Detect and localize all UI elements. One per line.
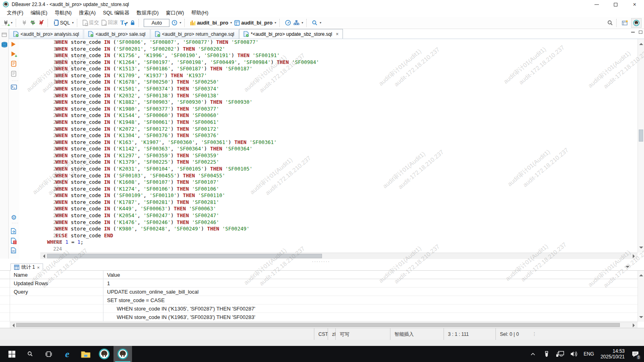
file-explorer-button[interactable] xyxy=(76,346,95,362)
menu-item[interactable]: 数据库(D) xyxy=(133,9,162,17)
column-header-name[interactable]: Name xyxy=(10,271,103,279)
open-perspective-button[interactable] xyxy=(621,19,629,27)
database-navigator-icon[interactable] xyxy=(1,42,8,48)
results-vertical-scrollbar[interactable] xyxy=(638,271,644,322)
project-button[interactable]: ▾ xyxy=(292,19,304,27)
close-button[interactable]: × xyxy=(625,0,644,9)
taskbar-clock[interactable]: 14:53 2025/10/21 xyxy=(598,348,627,360)
error-log-icon[interactable] xyxy=(11,238,16,244)
execute-script-icon[interactable] xyxy=(11,61,17,67)
internet-explorer-button[interactable]: e xyxy=(58,346,76,362)
reconnect-button[interactable] xyxy=(29,19,37,27)
menu-item[interactable]: 导航(N) xyxy=(51,9,75,17)
task-view-button[interactable] xyxy=(39,346,58,362)
code-line: 197WHEN store_code IN ('K1513', 'SF00186… xyxy=(44,66,638,72)
sql-editor-button[interactable]: SQL▾ xyxy=(52,19,75,27)
dbeaver-running-button[interactable] xyxy=(114,346,132,362)
code-line: 196WHEN store_code IN ('K1264', 'SF00197… xyxy=(44,59,638,66)
dashboard-button[interactable] xyxy=(284,19,292,27)
sql-console-icon[interactable] xyxy=(11,84,17,90)
scrollbar-thumb[interactable] xyxy=(16,323,620,327)
menu-item[interactable]: 窗口(W) xyxy=(162,9,188,17)
restore-panel-icon[interactable] xyxy=(2,32,7,37)
scrollbar-thumb[interactable] xyxy=(47,254,322,258)
status-segment: 可写 xyxy=(335,328,390,340)
lock-button[interactable] xyxy=(129,19,136,27)
statistics-tab-label: 统计 1 xyxy=(21,264,35,271)
table-row[interactable]: SET store_code = CASE xyxy=(0,296,638,304)
code-line: 206WHEN store_code IN ('K2072', 'SF00172… xyxy=(44,126,638,133)
database-combo[interactable]: audit_bi_pro▾ xyxy=(189,19,233,27)
table-header-row: NameValue xyxy=(0,271,638,279)
dbeaver-perspective-button[interactable] xyxy=(631,18,642,28)
main-toolbar: +▾ SQL▾ 提交 回滚 T▾ Auto ▾ audit_bi_pro▾ au… xyxy=(0,17,644,29)
execute-new-tab-icon[interactable]: + xyxy=(11,51,16,57)
maximize-button[interactable] xyxy=(606,0,625,9)
export-result-icon[interactable] xyxy=(11,228,16,234)
results-horizontal-scrollbar[interactable] xyxy=(10,322,638,328)
table-row[interactable]: Updated Rows1 xyxy=(0,279,638,288)
stat-value-cell: UPDATE custom_online_sale_bill_local xyxy=(103,288,638,296)
editor-horizontal-scrollbar[interactable] xyxy=(40,253,638,259)
table-row[interactable]: WHEN store_code IN ('K1963', 'SF00283') … xyxy=(0,313,638,321)
code-line: 214WHEN store_code IN ('K1608', 'SF00107… xyxy=(44,179,638,186)
statistics-tab[interactable]: 统计 1 × xyxy=(10,263,43,271)
disconnect-button[interactable] xyxy=(37,19,45,27)
rollback-button[interactable]: 回滚 xyxy=(100,19,119,27)
line-number-gutter xyxy=(19,39,44,253)
commit-button[interactable]: 提交 xyxy=(81,19,100,27)
schema-combo[interactable]: audit_bi_pro▾ xyxy=(233,19,277,27)
connect-button[interactable] xyxy=(20,19,29,27)
editor-tab[interactable]: <audit_bi_pro> sale.sql xyxy=(84,29,150,39)
transaction-log-button[interactable]: ▾ xyxy=(170,19,182,27)
table-row[interactable]: WHEN store_code IN ('K1305', 'SF00287') … xyxy=(0,304,638,313)
column-header-value[interactable]: Value xyxy=(103,271,638,279)
autocommit-selector[interactable]: Auto xyxy=(144,19,169,27)
editor-vertical-scrollbar[interactable] xyxy=(638,39,644,253)
settings-gear-icon[interactable]: ⚙ xyxy=(11,214,17,221)
editor-tab[interactable]: *<audit_bi_pro> update_sbz_store.sql× xyxy=(239,29,343,39)
tray-chevron-button[interactable] xyxy=(527,346,539,362)
scrollbar-thumb[interactable] xyxy=(639,130,643,142)
menu-item[interactable]: 帮助(H) xyxy=(188,9,212,17)
execute-statement-icon[interactable] xyxy=(11,41,16,47)
code-area[interactable]: 193WHEN store_code IN ('SF00806', 'SF008… xyxy=(44,39,638,253)
close-tab-icon[interactable]: × xyxy=(336,31,339,37)
taskbar-search-button[interactable] xyxy=(21,346,39,362)
usb-tray-button[interactable] xyxy=(541,346,552,362)
close-tab-icon[interactable]: × xyxy=(37,265,39,270)
view-menu-icon[interactable] xyxy=(625,266,630,270)
line-number: 208 xyxy=(44,139,62,146)
line-number: 203 xyxy=(44,106,62,113)
editor-tab[interactable]: <audit_bi_pro> return_change.sql xyxy=(151,29,239,39)
output-log-icon[interactable]: (a) xyxy=(11,247,16,253)
language-indicator[interactable]: ENG xyxy=(582,351,596,357)
maximize-editor-icon[interactable] xyxy=(639,31,642,34)
menu-item[interactable]: 编辑(E) xyxy=(27,9,51,17)
start-button[interactable] xyxy=(2,346,21,362)
line-number: 205 xyxy=(44,119,62,126)
editor-tab[interactable]: <audit_bi_pro> analysis.sql xyxy=(9,29,83,39)
action-center-button[interactable]: 8 xyxy=(630,346,641,362)
line-number: 197 xyxy=(44,66,62,72)
db-search-button[interactable]: ▾ xyxy=(311,19,322,27)
network-tray-button[interactable] xyxy=(555,346,566,362)
dbeaver-pinned-button[interactable] xyxy=(95,346,114,362)
minimize-button[interactable] xyxy=(587,0,606,9)
transaction-filter-button[interactable]: T▾ xyxy=(119,19,129,27)
statistics-table[interactable]: NameValueUpdated Rows1QueryUPDATE custom… xyxy=(0,271,638,322)
table-row[interactable]: QueryUPDATE custom_online_sale_bill_loca… xyxy=(0,288,638,296)
status-segment: 3 : 1 : 111 xyxy=(444,328,495,340)
menu-item[interactable]: 文件(F) xyxy=(3,9,27,17)
minimize-editor-icon[interactable] xyxy=(631,32,635,33)
volume-tray-button[interactable] xyxy=(568,346,580,362)
line-number: 196 xyxy=(44,59,62,66)
status-overflow-icon[interactable]: ⋮ xyxy=(532,331,537,337)
menu-item[interactable]: 搜索(A) xyxy=(75,9,99,17)
panel-sash[interactable]: ········ xyxy=(0,259,644,263)
line-number: 198 xyxy=(44,72,62,79)
menu-item[interactable]: SQL 编辑器 xyxy=(99,9,133,17)
quick-search-button[interactable] xyxy=(606,19,614,27)
explain-plan-icon[interactable] xyxy=(11,71,17,77)
sql-code-editor[interactable]: 193WHEN store_code IN ('SF00806', 'SF008… xyxy=(19,39,638,253)
